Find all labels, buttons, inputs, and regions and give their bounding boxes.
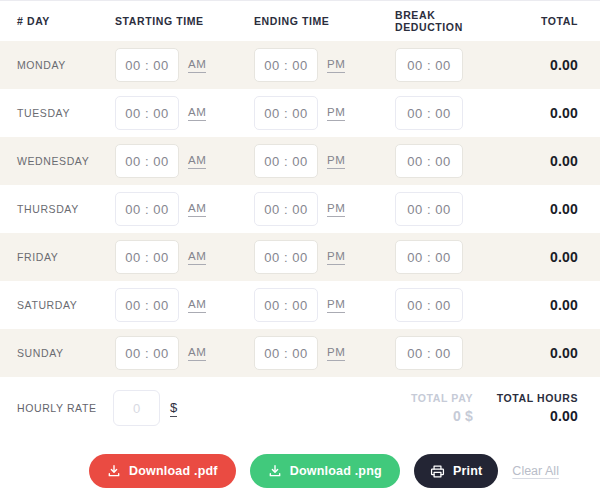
ending-time-input[interactable] [254,144,318,178]
day-label: FRIDAY [17,251,115,263]
starting-time-cell: AM [115,288,254,322]
starting-time-cell: AM [115,96,254,130]
ending-time-cell: PM [254,144,395,178]
ending-meridiem-toggle[interactable]: PM [327,202,345,217]
ending-time-cell: PM [254,288,395,322]
break-deduction-input[interactable] [395,48,463,82]
break-deduction-cell [395,144,495,178]
total-hours-block: TOTAL HOURS 0.00 [473,392,578,424]
starting-meridiem-toggle[interactable]: AM [188,106,206,121]
header-break-deduction: BREAK DEDUCTION [395,9,495,33]
header-total: TOTAL [495,15,578,27]
header-day: # DAY [17,15,115,27]
break-deduction-input[interactable] [395,336,463,370]
break-deduction-cell [395,240,495,274]
starting-time-input[interactable] [115,192,179,226]
table-row: THURSDAY AM PM 0.00 [0,185,600,233]
ending-time-input[interactable] [254,48,318,82]
ending-time-input[interactable] [254,336,318,370]
print-button[interactable]: Print [414,454,498,488]
break-deduction-cell [395,96,495,130]
ending-meridiem-toggle[interactable]: PM [327,250,345,265]
table-row: SATURDAY AM PM 0.00 [0,281,600,329]
table-row: WEDNESDAY AM PM 0.00 [0,137,600,185]
total-hours-value: 0.00 [473,408,578,424]
break-deduction-cell [395,48,495,82]
printer-icon [430,464,445,479]
starting-time-input[interactable] [115,288,179,322]
total-pay-value: 0 $ [411,408,473,424]
ending-meridiem-toggle[interactable]: PM [327,58,345,73]
download-png-button[interactable]: Download .png [250,454,400,488]
break-deduction-input[interactable] [395,96,463,130]
day-label: MONDAY [17,59,115,71]
row-total-value: 0.00 [495,201,578,217]
download-icon [268,464,282,478]
starting-time-input[interactable] [115,48,179,82]
day-rows: MONDAY AM PM 0.00 TUESDAY AM PM [0,41,600,377]
hourly-rate-input[interactable] [113,390,160,426]
table-header: # DAY STARTING TIME ENDING TIME BREAK DE… [0,1,600,41]
ending-time-cell: PM [254,48,395,82]
header-ending-time: ENDING TIME [254,15,395,27]
ending-meridiem-toggle[interactable]: PM [327,106,345,121]
row-total-value: 0.00 [495,297,578,313]
row-total-value: 0.00 [495,105,578,121]
break-deduction-cell [395,336,495,370]
day-label: THURSDAY [17,203,115,215]
starting-time-cell: AM [115,240,254,274]
download-png-label: Download .png [290,464,382,478]
ending-meridiem-toggle[interactable]: PM [327,298,345,313]
break-deduction-input[interactable] [395,240,463,274]
break-deduction-cell [395,288,495,322]
timesheet-calculator: # DAY STARTING TIME ENDING TIME BREAK DE… [0,1,600,488]
day-label: SATURDAY [17,299,115,311]
starting-time-cell: AM [115,336,254,370]
clear-all-link[interactable]: Clear All [512,464,559,478]
ending-time-cell: PM [254,192,395,226]
starting-time-cell: AM [115,48,254,82]
ending-meridiem-toggle[interactable]: PM [327,154,345,169]
break-deduction-input[interactable] [395,288,463,322]
break-deduction-input[interactable] [395,144,463,178]
ending-time-input[interactable] [254,288,318,322]
row-total-value: 0.00 [495,249,578,265]
starting-time-input[interactable] [115,144,179,178]
download-icon [107,464,121,478]
row-total-value: 0.00 [495,153,578,169]
starting-meridiem-toggle[interactable]: AM [188,58,206,73]
hourly-rate-label: HOURLY RATE [17,402,113,414]
starting-meridiem-toggle[interactable]: AM [188,202,206,217]
starting-meridiem-toggle[interactable]: AM [188,250,206,265]
starting-time-cell: AM [115,144,254,178]
table-row: SUNDAY AM PM 0.00 [0,329,600,377]
starting-time-input[interactable] [115,336,179,370]
starting-time-cell: AM [115,192,254,226]
actions-bar: Download .pdf Download .png Print Clear … [0,454,600,488]
break-deduction-input[interactable] [395,192,463,226]
download-pdf-button[interactable]: Download .pdf [89,454,236,488]
table-row: TUESDAY AM PM 0.00 [0,89,600,137]
day-label: WEDNESDAY [17,155,115,167]
total-pay-label: TOTAL PAY [411,392,473,404]
table-row: FRIDAY AM PM 0.00 [0,233,600,281]
ending-time-cell: PM [254,96,395,130]
starting-time-input[interactable] [115,240,179,274]
print-label: Print [453,464,482,478]
starting-time-input[interactable] [115,96,179,130]
currency-symbol: $ [170,400,177,417]
ending-time-input[interactable] [254,192,318,226]
ending-time-cell: PM [254,240,395,274]
row-total-value: 0.00 [495,345,578,361]
header-starting-time: STARTING TIME [115,15,254,27]
starting-meridiem-toggle[interactable]: AM [188,298,206,313]
ending-meridiem-toggle[interactable]: PM [327,346,345,361]
ending-time-input[interactable] [254,96,318,130]
total-hours-label: TOTAL HOURS [473,392,578,404]
hourly-rate-section: HOURLY RATE $ TOTAL PAY 0 $ TOTAL HOURS … [0,377,600,439]
ending-time-cell: PM [254,336,395,370]
table-row: MONDAY AM PM 0.00 [0,41,600,89]
starting-meridiem-toggle[interactable]: AM [188,154,206,169]
ending-time-input[interactable] [254,240,318,274]
starting-meridiem-toggle[interactable]: AM [188,346,206,361]
